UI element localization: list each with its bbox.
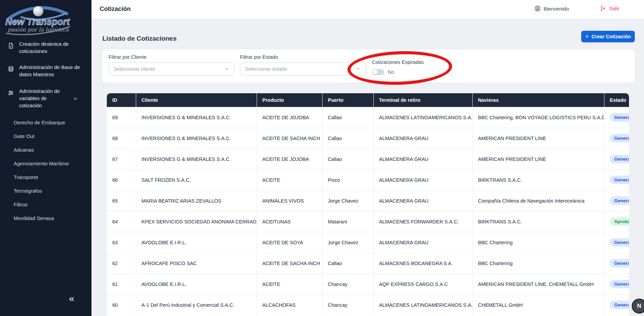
table-row[interactable]: 64KPEX SERVICIOS SOCIEDAD ANONIMA CERRAD… <box>107 211 629 232</box>
sidebar-subitem-movilidad-senasa[interactable]: Movilidad Senasa <box>14 215 82 221</box>
filters-panel: Filtrar por Cliente Seleccionar cliente … <box>102 50 635 83</box>
status-badge: Generada <box>610 155 629 163</box>
table-row[interactable]: 68INVERSIONES G & MINERALES S.A.C.ACEITE… <box>107 128 629 149</box>
logo-title: New Transport <box>5 17 70 27</box>
cell: INVERSIONES G & MINERALES S.A.C. <box>136 128 257 149</box>
sidebar-subitem-filtros[interactable]: Filtros <box>14 202 82 207</box>
sidebar-subitem-gate-out[interactable]: Gate Out <box>14 133 82 139</box>
cell-estado: Generada <box>604 107 629 128</box>
chevron-down-icon <box>224 67 229 71</box>
cell: ALMACENERA GRAU <box>373 232 472 253</box>
cell: 63 <box>107 232 136 253</box>
client-select[interactable]: Seleccionar cliente <box>109 63 234 75</box>
welcome-label: Bienvenido <box>544 6 569 12</box>
status-badge: Generada <box>610 280 629 288</box>
cell: Callao <box>322 128 373 149</box>
table-row[interactable]: 61AVOGLOBE E.I.R.L.ACEITEChancayAQP EXPR… <box>107 274 629 294</box>
table-body: 69INVERSIONES G & MINERALES S.A.C.ACEITE… <box>107 107 629 315</box>
status-badge: Generada <box>610 259 629 267</box>
cell: AQP EXPRESS CARGO S.A.C <box>373 274 472 294</box>
cell-estado: Generada <box>604 274 629 294</box>
expired-toggle[interactable] <box>372 69 384 75</box>
cell: AMERICAN PRESIDENT LINE <box>472 128 604 149</box>
cell: BIRKTRANS S.A.C. <box>472 211 604 232</box>
cell: AMERICAN PRESIDENT LINE, CHEMETALL GmbH <box>472 274 604 294</box>
sidebar-subitem-aduanas[interactable]: Aduanas <box>14 147 82 153</box>
cell: CHEMETALL GmbH <box>472 294 604 315</box>
cell: 67 <box>107 149 136 169</box>
create-cotizacion-button[interactable]: + Crear Cotización <box>581 31 635 42</box>
cotizaciones-table-card: IDClienteProductoPuertoTerminal de retir… <box>107 93 629 316</box>
topbar: Cotización Bienvenido Salir <box>91 0 644 19</box>
status-badge: Generada <box>610 176 629 184</box>
client-select-placeholder: Seleccionar cliente <box>114 66 224 72</box>
cell-estado: Generada <box>604 190 629 211</box>
sliders-icon <box>8 90 14 96</box>
cell: Chancay <box>322 274 373 294</box>
cell: BBC Chartering <box>472 253 604 274</box>
logout-label: Salir <box>609 5 619 11</box>
cell: 60 <box>107 294 136 315</box>
cell: BBC Chartering, BON VOYAGE LOGISTICS PER… <box>472 107 604 128</box>
sidebar-item-creacion-dinamica[interactable]: Creación dinámica de cotizaciones <box>0 40 91 55</box>
cell: Chancay <box>322 294 373 315</box>
cell: ACEITE <box>257 169 322 190</box>
table-row[interactable]: 69INVERSIONES G & MINERALES S.A.C.ACEITE… <box>107 107 629 128</box>
cell: 69 <box>107 107 136 128</box>
sidebar-item-label: Creación dinámica de cotizaciones <box>19 40 74 55</box>
cell: AFROCAFE PISCO SAC <box>136 253 257 274</box>
state-select[interactable]: Seleccionar estado <box>240 63 366 75</box>
sidebar-subitem-termografos[interactable]: Termógrafos <box>14 188 82 194</box>
cell: BIRKTRANS S.A.C. <box>472 169 604 190</box>
column-header: Cliente <box>136 93 257 107</box>
sidebar-item-admin-base-datos[interactable]: Administración de Base de datos Maestros <box>0 64 91 78</box>
column-header: Terminal de retiro <box>373 93 472 107</box>
cell: ACEITE <box>257 274 322 294</box>
cell: ACEITE DE SACHA INCH <box>257 128 322 149</box>
floating-n-button[interactable]: N <box>632 299 644 314</box>
sidebar-subitem-transporte[interactable]: Transporte <box>14 174 82 180</box>
table-row[interactable]: 67INVERSIONES G & MINERALES S.A.C.ACEITE… <box>107 149 629 169</box>
cell-estado: Generada <box>604 294 629 315</box>
cell: ACEITUNAS <box>257 211 322 232</box>
chevron-down-icon[interactable] <box>72 96 78 102</box>
logout-button[interactable]: Salir <box>600 5 619 12</box>
welcome-menu[interactable]: Bienvenido <box>534 5 569 12</box>
cell: MARIA BEATRIZ ARIAS ZEVALLOS <box>136 190 257 211</box>
company-logo: New Transport pasión por la logística <box>0 2 91 36</box>
cell: INVERSIONES G & MINERALES S.A.C. <box>136 107 257 128</box>
sidebar-item-label: Administración de Base de datos Maestros <box>19 64 85 78</box>
create-button-label: Crear Cotización <box>591 34 631 39</box>
cell: SALT FROZEN S.A.C. <box>136 169 257 190</box>
table-row[interactable]: 65MARIA BEATRIZ ARIAS ZEVALLOSANIMALES V… <box>107 190 629 211</box>
status-badge: Generada <box>610 238 629 247</box>
cell: ALMACENES FORWARDER S.A.C. <box>373 211 472 232</box>
cell-estado: Generada <box>604 128 629 149</box>
sidebar-collapse-icon[interactable]: « <box>69 294 74 303</box>
sidebar: New Transport pasión por la logística Cr… <box>0 0 91 316</box>
column-header: Producto <box>257 93 322 107</box>
column-header: Navieras <box>472 93 604 107</box>
main-content: Listado de Cotizaciones + Crear Cotizaci… <box>91 19 644 316</box>
cell: 62 <box>107 253 136 274</box>
table-row[interactable]: 60A-1 Del Perú Industrial y Comercial S.… <box>107 294 629 315</box>
cell: Jorge Chavez <box>322 232 373 253</box>
sidebar-subitem-agenciamiento[interactable]: Agenciamiento Marítimo <box>14 161 82 166</box>
table-row[interactable]: 63AVOGLOBE E.I.R.L.ACEITE DE SOYAJorge C… <box>107 232 629 253</box>
filter-client-label: Filtrar por Cliente <box>109 54 146 60</box>
table-row[interactable]: 66SALT FROZEN S.A.C.ACEITEPiscoALMACENER… <box>107 169 629 190</box>
cell: ALMACENERA GRAU <box>373 190 472 211</box>
database-icon <box>8 66 14 72</box>
sidebar-subitem-derecho-embarque[interactable]: Derecho de Embarque <box>14 120 82 125</box>
sidebar-item-admin-variables[interactable]: Administración de variables de cotizació… <box>0 87 91 109</box>
cell: ALMACENES BOCANEGRA S A. <box>373 253 472 274</box>
status-badge: Generada <box>610 196 629 205</box>
plus-icon: + <box>585 34 589 39</box>
table-row[interactable]: 62AFROCAFE PISCO SACACEITE DE SACHA INCH… <box>107 253 629 274</box>
column-header: Puerto <box>322 93 373 107</box>
column-header: ID <box>107 93 136 107</box>
cell: Callao <box>322 107 373 128</box>
document-icon <box>8 42 14 49</box>
cell: Callao <box>322 253 373 274</box>
toggle-knob <box>373 70 377 74</box>
